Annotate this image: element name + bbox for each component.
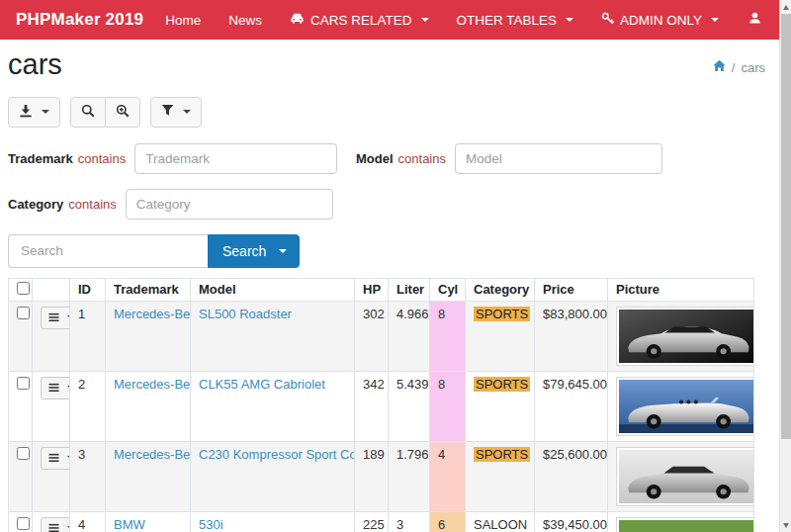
car-picture — [616, 447, 754, 506]
filter-model-input[interactable] — [455, 143, 662, 174]
key-icon — [601, 12, 614, 28]
user-menu[interactable] — [741, 11, 769, 29]
highlight-search-button[interactable] — [105, 97, 140, 128]
cell-price: $83,800.00 — [535, 301, 608, 371]
trademark-link[interactable]: BMW — [114, 517, 145, 532]
cars-table: ID Trademark Model HP Liter Cyl Category… — [8, 278, 754, 532]
car-picture — [616, 307, 754, 366]
model-link[interactable]: C230 Kompressor Sport Coupe — [199, 447, 355, 462]
table-row: 3 Mercedes-Benz C230 Kompressor Sport Co… — [9, 441, 754, 511]
scroll-up-arrow[interactable] — [780, 0, 791, 14]
chevron-down-icon — [421, 18, 429, 22]
options-header — [33, 278, 70, 301]
model-link[interactable]: CLK55 AMG Cabriolet — [199, 377, 325, 392]
cell-cyl: 8 — [430, 371, 466, 441]
nav-news-label: News — [228, 13, 262, 28]
row-checkbox[interactable] — [17, 307, 30, 319]
cell-category: SPORTS — [474, 307, 530, 321]
trademark-link[interactable]: Mercedes-Benz — [114, 447, 191, 462]
header-category: Category — [466, 278, 535, 301]
cell-price: $25,600.00 — [535, 441, 608, 511]
search-plus-icon — [116, 104, 130, 121]
search-dropdown-caret[interactable] — [279, 249, 287, 253]
filter-trademark-label: Trademark — [8, 151, 73, 166]
nav-home-label: Home — [165, 13, 201, 28]
cell-price: $79,645.00 — [535, 371, 608, 441]
nav-other-tables-label: OTHER TABLES — [457, 13, 558, 28]
cell-liter: 3 — [389, 511, 430, 532]
cell-hp: 342 — [355, 371, 389, 441]
scrollbar-thumb[interactable] — [781, 14, 791, 439]
car-picture — [616, 517, 754, 532]
filter-row-2: Category contains — [8, 189, 765, 220]
filter-category-label: Category — [8, 197, 63, 212]
search-button[interactable]: Search — [208, 234, 300, 268]
filter-button[interactable] — [150, 97, 202, 128]
row-options-button[interactable] — [41, 307, 70, 329]
cell-hp: 225 — [355, 511, 389, 532]
export-button[interactable] — [8, 97, 60, 128]
table-header-row: ID Trademark Model HP Liter Cyl Category… — [9, 278, 754, 301]
row-checkbox[interactable] — [17, 447, 30, 460]
hamburger-icon — [48, 451, 59, 466]
filter-row-1: Trademark contains Model contains — [8, 143, 765, 174]
filter-trademark-input[interactable] — [134, 143, 337, 174]
nav-item-other-tables[interactable]: OTHER TABLES — [443, 0, 588, 40]
brand[interactable]: PHPMaker 2019 — [8, 10, 151, 30]
row-checkbox[interactable] — [17, 377, 30, 390]
download-icon — [19, 104, 33, 121]
header-id: ID — [70, 278, 106, 301]
chevron-down-icon — [183, 110, 191, 114]
row-options-button[interactable] — [41, 517, 70, 532]
chevron-down-icon — [711, 18, 719, 22]
filter-category-input[interactable] — [126, 189, 333, 220]
search-button-group — [70, 97, 140, 128]
car-icon — [290, 12, 305, 28]
select-all-checkbox[interactable] — [17, 282, 30, 295]
car-picture — [616, 377, 754, 436]
nav-item-cars-related[interactable]: CARS RELATED — [276, 0, 443, 40]
search-button-label: Search — [222, 243, 266, 259]
filter-category: Category contains — [8, 189, 333, 220]
nav-item-admin-only[interactable]: ADMIN ONLY — [587, 0, 733, 40]
nav-item-news[interactable]: News — [215, 0, 276, 40]
cell-id: 2 — [70, 371, 106, 441]
home-icon[interactable] — [713, 59, 726, 75]
cell-hp: 189 — [355, 441, 389, 511]
filter-trademark-operator: contains — [78, 151, 126, 166]
breadcrumb-current: cars — [741, 60, 765, 75]
search-input[interactable] — [8, 234, 208, 268]
table-row: 2 Mercedes-Benz CLK55 AMG Cabriolet 342 … — [9, 371, 754, 441]
hamburger-icon — [48, 381, 59, 396]
header-cyl: Cyl — [430, 278, 466, 301]
cell-id: 1 — [70, 301, 106, 371]
scroll-down-arrow[interactable] — [780, 518, 791, 532]
table-row: 4 BMW 530i 225 3 6 SALOON $39,450.00 — [9, 511, 754, 532]
cell-id: 3 — [70, 441, 106, 511]
header-model: Model — [191, 278, 355, 301]
nav-item-home[interactable]: Home — [151, 0, 215, 40]
filter-trademark: Trademark contains — [8, 143, 356, 174]
filter-icon — [161, 104, 174, 120]
user-icon — [748, 11, 761, 29]
show-search-panel-button[interactable] — [70, 97, 106, 128]
row-checkbox[interactable] — [17, 517, 30, 530]
filter-model-operator: contains — [398, 151, 446, 166]
header-hp: HP — [355, 278, 389, 301]
filter-category-operator: contains — [68, 197, 116, 212]
hamburger-icon — [48, 310, 59, 325]
model-link[interactable]: 530i — [199, 517, 223, 532]
row-options-button[interactable] — [41, 447, 70, 470]
vertical-scrollbar[interactable] — [779, 0, 791, 532]
header-picture: Picture — [608, 278, 754, 301]
toolbar — [8, 97, 765, 128]
page-title: cars — [8, 49, 62, 81]
app-viewport: PHPMaker 2019 Home News CARS RELATED OTH… — [0, 0, 791, 532]
quick-search: Search — [8, 234, 765, 268]
model-link[interactable]: SL500 Roadster — [199, 307, 292, 321]
row-options-button[interactable] — [41, 377, 70, 399]
nav-admin-only-label: ADMIN ONLY — [620, 13, 702, 28]
trademark-link[interactable]: Mercedes-Benz — [114, 377, 191, 392]
trademark-link[interactable]: Mercedes-Benz — [114, 307, 191, 321]
header-liter: Liter — [389, 278, 430, 301]
